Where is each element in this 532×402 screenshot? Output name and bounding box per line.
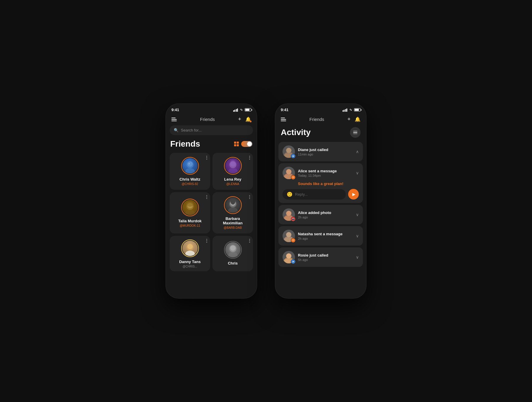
- activity-item-rosie[interactable]: ▶ Rosie just called 5h ago ∨: [278, 247, 363, 267]
- card-menu-icon[interactable]: [249, 195, 250, 199]
- send-arrow-icon: ▶: [352, 192, 356, 197]
- grid-view-icon[interactable]: [234, 142, 239, 146]
- card-menu-icon[interactable]: [206, 156, 207, 160]
- chevron-down-rosie[interactable]: ∨: [356, 255, 359, 260]
- friends-grid: Chris Waltz @CHRIS-92: [170, 153, 253, 271]
- friend-name-danny-tans: Danny Tans: [179, 260, 201, 264]
- avatar-natasha: ✉: [283, 230, 295, 242]
- activity-item-alice-msg[interactable]: ✉ Alice sent a message Today, 11:34pm ∨ …: [278, 163, 363, 203]
- friend-handle-danny-tans: @CHRIS...: [183, 265, 197, 268]
- bell-icon-right[interactable]: 🔔: [355, 116, 361, 122]
- friend-name-chris: Chris: [228, 261, 238, 265]
- hamburger-icon-right[interactable]: [281, 118, 286, 121]
- menu-lines-icon: [353, 131, 357, 134]
- friends-title: Friends: [170, 139, 200, 149]
- friend-handle-barbara: @BARB-DAB: [224, 226, 242, 229]
- activity-desc-alice-msg: Alice sent a message: [298, 169, 337, 173]
- activity-header: Activity: [275, 125, 366, 142]
- activity-item-diane[interactable]: ▶ Diane just called 11min ago ∧: [278, 142, 363, 161]
- activity-info-natasha: Natasha sent a message 2h ago: [298, 232, 343, 240]
- avatar-diane: ▶: [283, 145, 295, 158]
- time-left: 9:41: [171, 108, 179, 112]
- activity-menu-button[interactable]: [350, 127, 361, 138]
- svg-point-2: [187, 161, 193, 167]
- activity-desc-rosie: Rosie just called: [298, 253, 328, 257]
- chevron-down-alice-msg[interactable]: ∨: [356, 171, 359, 175]
- photo-badge-alice: 📷: [291, 217, 296, 221]
- activity-left-diane: ▶ Diane just called 11min ago: [283, 145, 328, 158]
- activity-info-alice-msg: Alice sent a message Today, 11:34pm: [298, 169, 337, 177]
- reply-placeholder: Reply...: [295, 192, 308, 197]
- status-icons-left: ∿: [233, 108, 252, 112]
- phone-left: 9:41 ∿ Friends + 🔔: [166, 103, 257, 299]
- activity-row-natasha: ✉ Natasha sent a message 2h ago ∨: [283, 230, 359, 242]
- friend-handle-chris-waltz: @CHRIS-92: [182, 182, 198, 186]
- chevron-up-diane[interactable]: ∧: [356, 149, 359, 154]
- phone-right: 9:41 ∿ Friends + 🔔 Activity: [275, 103, 366, 299]
- status-bar-left: 9:41 ∿: [166, 103, 257, 114]
- msg-badge-natasha: ✉: [291, 238, 296, 243]
- video-badge-rosie: ▶: [291, 259, 296, 264]
- friend-card-barbara-maximilian[interactable]: Barbara Maximilian @BARB-DAB: [213, 192, 253, 234]
- activity-desc-natasha: Natasha sent a message: [298, 232, 343, 236]
- bell-button[interactable]: 🔔: [245, 116, 251, 122]
- svg-point-15: [231, 199, 235, 205]
- friend-card-chris[interactable]: Chris: [213, 236, 253, 271]
- alice-message-text: Sounds like a great plan!: [298, 181, 359, 186]
- activity-desc-diane: Diane just called: [298, 147, 328, 152]
- friend-name-lena-rey: Lena Rey: [224, 177, 241, 181]
- add-button[interactable]: +: [238, 116, 241, 122]
- card-menu-icon[interactable]: [206, 195, 207, 199]
- activity-item-natasha[interactable]: ✉ Natasha sent a message 2h ago ∨: [278, 226, 363, 246]
- svg-point-35: [286, 253, 291, 259]
- avatar-lena-rey: [224, 157, 242, 175]
- chevron-down-alice-photo[interactable]: ∨: [356, 212, 359, 217]
- hamburger-icon[interactable]: [171, 118, 177, 121]
- activity-row-alice-msg: ✉ Alice sent a message Today, 11:34pm ∨: [283, 167, 359, 179]
- activity-info-alice-photo: Alice added photo 2h ago: [298, 210, 331, 219]
- activity-time-alice-photo: 2h ago: [298, 215, 331, 219]
- svg-point-1: [185, 168, 195, 174]
- activity-row-alice-photo: 📷 Alice added photo 2h ago ∨: [283, 208, 359, 221]
- nav-title-left: Friends: [200, 117, 215, 122]
- status-icons-right: ∿: [343, 108, 361, 112]
- avatar-chris: [224, 241, 242, 259]
- nav-title-right: Friends: [309, 117, 324, 122]
- send-button[interactable]: ▶: [348, 189, 359, 200]
- search-bar[interactable]: 🔍 Search for...: [170, 125, 253, 135]
- video-badge-diane: ▶: [291, 154, 296, 158]
- friend-card-danny-tans[interactable]: Danny Tans @CHRIS...: [170, 236, 210, 271]
- activity-left-alice-photo: 📷 Alice added photo 2h ago: [283, 208, 331, 221]
- activity-feed: ▶ Diane just called 11min ago ∧: [275, 142, 366, 267]
- activity-time-alice-msg: Today, 11:34pm: [298, 174, 337, 177]
- card-menu-icon[interactable]: [206, 239, 207, 243]
- avatar-chris-waltz: [181, 157, 199, 175]
- reply-input[interactable]: 🙂 Reply...: [283, 189, 346, 200]
- reply-row: 🙂 Reply... ▶: [283, 189, 359, 200]
- activity-item-alice-photo[interactable]: 📷 Alice added photo 2h ago ∨: [278, 205, 363, 224]
- svg-point-26: [286, 169, 291, 174]
- card-menu-icon[interactable]: [249, 239, 250, 243]
- svg-point-20: [228, 252, 238, 257]
- svg-point-17: [185, 251, 195, 256]
- emoji-icon[interactable]: 🙂: [287, 192, 293, 197]
- avatar-talia-murdok: [181, 199, 199, 216]
- view-toggle[interactable]: [241, 141, 252, 147]
- activity-left-rosie: ▶ Rosie just called 5h ago: [283, 251, 328, 263]
- card-menu-icon[interactable]: [249, 156, 250, 160]
- activity-time-diane: 11min ago: [298, 153, 328, 156]
- svg-point-7: [230, 160, 236, 167]
- friend-card-lena-rey[interactable]: Lena Rey @LENNA: [213, 153, 253, 190]
- friends-header: Friends: [170, 139, 253, 149]
- notification-dot: [250, 121, 252, 122]
- chevron-down-natasha[interactable]: ∨: [356, 234, 359, 238]
- svg-point-3: [189, 163, 190, 164]
- activity-time-rosie: 5h ago: [298, 258, 328, 262]
- msg-badge-alice: ✉: [291, 175, 296, 180]
- add-button-right[interactable]: +: [347, 116, 351, 122]
- svg-point-32: [286, 232, 291, 237]
- friend-card-talia-murdok[interactable]: Talia Murdok @MURDOK-11: [170, 192, 210, 234]
- header-controls: [234, 141, 252, 147]
- friend-handle-lena-rey: @LENNA: [226, 182, 239, 186]
- friend-card-chris-waltz[interactable]: Chris Waltz @CHRIS-92: [170, 153, 210, 190]
